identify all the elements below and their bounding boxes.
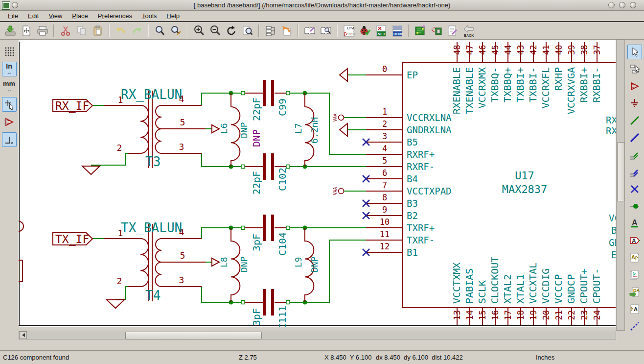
svg-text:MAX2837: MAX2837	[502, 183, 548, 195]
close-button[interactable]	[630, 2, 636, 8]
place-junction-button[interactable]	[627, 199, 642, 214]
menu-place[interactable]: Place	[67, 11, 93, 21]
grid-toggle-button[interactable]	[2, 44, 17, 59]
svg-text:DNP: DNP	[239, 256, 249, 272]
schematic-canvas[interactable]: RX_BALUNT3RX_IF12453TX_BALUNT4TX_IF12453…	[19, 40, 616, 327]
horizontal-scrollbar[interactable]	[19, 331, 616, 340]
place-hierarchical-sheet-button[interactable]	[627, 267, 642, 282]
svg-text:T4: T4	[145, 288, 161, 303]
svg-text:45: 45	[490, 45, 500, 55]
svg-text:7: 7	[382, 180, 387, 190]
svg-text:B3: B3	[407, 198, 418, 209]
place-text-button[interactable]: A	[627, 216, 642, 231]
redo-button[interactable]	[129, 23, 145, 39]
place-component-button[interactable]	[627, 79, 642, 94]
schematic-drawing[interactable]: RX_BALUNT3RX_IF12453TX_BALUNT4TX_IF12453…	[19, 40, 616, 327]
capacitor-plates	[263, 80, 274, 315]
library-browser-button[interactable]	[318, 23, 334, 39]
svg-text:21: 21	[554, 310, 564, 320]
place-wire-button[interactable]	[627, 113, 642, 128]
scrollbar-corner	[616, 331, 625, 340]
minimize-button[interactable]	[608, 2, 615, 8]
zoom-in-button[interactable]	[191, 23, 207, 39]
svg-text:C104: C104	[276, 232, 288, 256]
zoom-fit-button[interactable]	[239, 23, 255, 39]
plot-button[interactable]	[444, 23, 460, 39]
menu-preferences[interactable]: Preferences	[93, 11, 137, 21]
copy-button[interactable]	[73, 23, 90, 39]
assign-footprints-button[interactable]	[428, 23, 444, 39]
undo-button[interactable]	[113, 23, 129, 39]
find-replace-button[interactable]	[168, 23, 184, 39]
bus-to-bus-entry-button[interactable]	[627, 165, 642, 179]
annotate-button[interactable]: U?A123	[341, 23, 357, 39]
zoom-redraw-button[interactable]	[223, 23, 239, 39]
place-noconnect-button[interactable]	[627, 182, 642, 196]
place-label-button[interactable]: A	[627, 233, 642, 248]
horizontal-scrollbar-thumb[interactable]	[125, 332, 262, 340]
cut-button[interactable]	[57, 23, 73, 39]
menu-view[interactable]: View	[44, 11, 67, 21]
netlist-button[interactable]: NET	[373, 23, 389, 39]
ortho-lines-button[interactable]	[2, 132, 17, 147]
hidden-pins-button[interactable]	[2, 115, 17, 129]
menu-help[interactable]: Help	[161, 11, 184, 21]
units-inches-button[interactable]: In↔	[2, 62, 17, 76]
back-annotate-button[interactable]: BACK	[460, 23, 477, 39]
units-mm-button[interactable]: mm↔	[2, 79, 17, 94]
svg-text:RXHP: RXHP	[552, 67, 564, 91]
leave-sheet-button[interactable]	[278, 23, 295, 39]
wires	[91, 75, 366, 302]
select-tool-button[interactable]	[627, 45, 642, 59]
svg-text:22: 22	[567, 310, 576, 320]
menu-edit[interactable]: Edit	[23, 11, 44, 21]
import-sheet-pin-button[interactable]: DA	[627, 285, 642, 299]
svg-text:B: B	[611, 225, 616, 236]
svg-text:41: 41	[541, 45, 551, 55]
svg-text:20: 20	[541, 310, 551, 320]
svg-text:40: 40	[554, 45, 564, 55]
cursor-shape-button[interactable]	[2, 97, 17, 112]
zoom-out-button[interactable]	[207, 23, 223, 39]
place-sheet-pin-button[interactable]: A	[627, 302, 642, 316]
svg-text:23: 23	[579, 310, 589, 320]
svg-text:TXBBI+: TXBBI+	[514, 67, 526, 102]
svg-text:38: 38	[579, 45, 589, 55]
maximize-button[interactable]	[619, 2, 625, 8]
print-button[interactable]	[34, 23, 50, 39]
svg-text:15: 15	[478, 310, 487, 320]
wire-to-bus-entry-button[interactable]	[627, 147, 642, 162]
svg-text:9: 9	[382, 205, 387, 215]
svg-text:11: 11	[380, 229, 390, 239]
find-button[interactable]	[152, 23, 168, 39]
hierarchy-navigator-button[interactable]	[262, 23, 278, 39]
svg-text:L6: L6	[219, 123, 229, 134]
page-settings-button[interactable]	[18, 23, 34, 39]
svg-text:XTAL1: XTAL1	[514, 274, 526, 304]
hscroll-left-arrow[interactable]	[19, 331, 27, 339]
run-pcbnew-button[interactable]	[412, 23, 428, 39]
svg-text:6: 6	[382, 168, 387, 178]
svg-text:VCCTXMX: VCCTXMX	[451, 263, 462, 304]
erc-button[interactable]	[357, 23, 373, 39]
svg-text:TXBBQ-: TXBBQ-	[489, 67, 501, 102]
menu-file[interactable]: File	[3, 11, 23, 21]
svg-text:3: 3	[179, 275, 184, 285]
save-button[interactable]	[2, 23, 18, 39]
bom-button[interactable]: BOM	[389, 23, 405, 39]
vertical-scrollbar[interactable]	[616, 40, 625, 331]
svg-text:2: 2	[382, 119, 387, 129]
highlight-connection-button[interactable]	[627, 62, 642, 76]
vertical-scrollbar-thumb[interactable]	[617, 142, 625, 201]
svg-text:RX: RX	[606, 115, 616, 125]
menu-tools[interactable]: Tools	[137, 11, 161, 21]
place-bus-button[interactable]	[627, 130, 642, 145]
library-editor-button[interactable]	[301, 23, 318, 39]
svg-text:6.2nH: 6.2nH	[309, 117, 320, 144]
svg-text:NET: NET	[377, 31, 385, 36]
place-graphic-line-button[interactable]	[627, 319, 642, 334]
svg-text:A: A	[631, 254, 635, 260]
place-global-label-button[interactable]: A	[627, 250, 642, 265]
place-power-port-button[interactable]	[627, 96, 642, 111]
paste-button[interactable]	[90, 23, 106, 39]
